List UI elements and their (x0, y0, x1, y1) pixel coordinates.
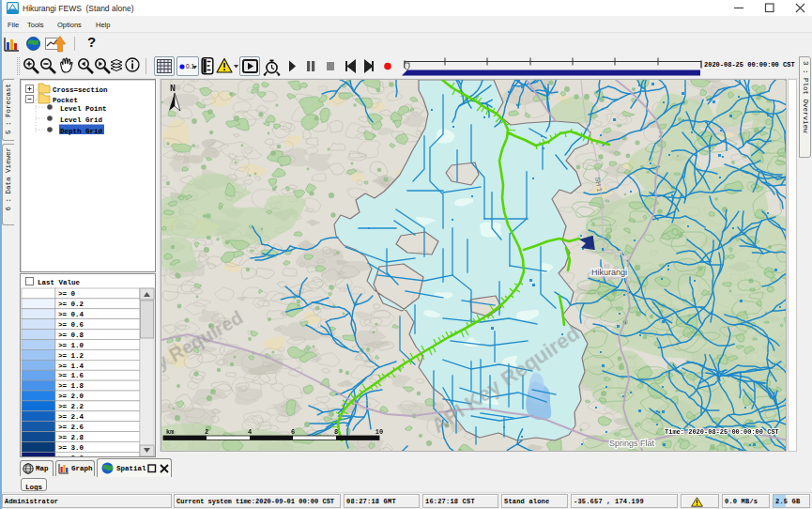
svg-text:Cross=section: Cross=section (53, 86, 108, 94)
svg-text:Hikurangi: Hikurangi (591, 268, 627, 277)
svg-text:Level Grid: Level Grid (60, 116, 102, 124)
svg-text:>= 2.8: >= 2.8 (58, 434, 84, 441)
svg-text:>= 2.4: >= 2.4 (58, 413, 84, 421)
svg-text:Springs Flat: Springs Flat (609, 439, 655, 448)
svg-text:>= 0: >= 0 (58, 290, 76, 298)
svg-text:>= 1.6: >= 1.6 (58, 372, 84, 379)
svg-text:>= 1.8: >= 1.8 (58, 382, 84, 390)
svg-text:>= 2.6: >= 2.6 (58, 424, 84, 431)
svg-text:>= 0.6: >= 0.6 (58, 321, 84, 329)
svg-text:>= 1.4: >= 1.4 (58, 362, 84, 370)
svg-text:>= 0.2: >= 0.2 (58, 301, 84, 308)
svg-text:>= 3.0: >= 3.0 (58, 444, 84, 452)
svg-text:>= 2.0: >= 2.0 (58, 393, 84, 400)
svg-text:>= 2.2: >= 2.2 (58, 403, 84, 410)
svg-text:Depth Grid: Depth Grid (60, 128, 102, 135)
svg-text:Time: 2020-08-25 00:00:00 CST: Time: 2020-08-25 00:00:00 CST (665, 428, 779, 436)
svg-text:2: 2 (205, 428, 208, 436)
svg-text:10: 10 (375, 428, 383, 436)
svg-text:Level Point: Level Point (60, 105, 107, 113)
svg-text:>= 1.0: >= 1.0 (58, 342, 84, 349)
svg-text:Pocket: Pocket (53, 97, 78, 104)
svg-text:km: km (166, 428, 174, 436)
svg-text:6: 6 (291, 428, 295, 436)
svg-text:4: 4 (248, 428, 252, 436)
svg-text:>= 0.8: >= 0.8 (58, 332, 84, 339)
svg-text:N: N (170, 84, 176, 94)
svg-text:>= 1.2: >= 1.2 (58, 352, 84, 360)
svg-text:>= 3.2: >= 3.2 (58, 455, 84, 456)
svg-text:Last Value: Last Value (38, 279, 81, 286)
svg-text:>= 0.4: >= 0.4 (58, 311, 84, 318)
svg-text:8: 8 (334, 428, 338, 436)
